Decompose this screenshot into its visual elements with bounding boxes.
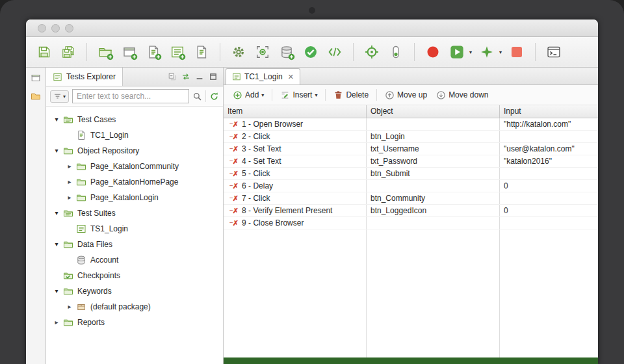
- step-object[interactable]: txt_Username: [367, 144, 500, 153]
- debug-dropdown-icon[interactable]: ▾: [499, 49, 502, 55]
- expand-toggle[interactable]: [53, 319, 60, 326]
- save-button[interactable]: [34, 42, 55, 62]
- test-step-row[interactable]: −✗9 - Close Browser: [224, 217, 598, 229]
- step-input[interactable]: "user@katalon.com": [500, 144, 598, 153]
- test-step-row[interactable]: −✗4 - Set Text txt_Password "katalon2016…: [224, 155, 598, 168]
- capture-object-button[interactable]: [385, 42, 406, 62]
- tree-item-test-suites[interactable]: Test Suites: [46, 205, 223, 221]
- tree-item-test-cases[interactable]: Test Cases: [46, 112, 223, 127]
- step-input[interactable]: "katalon2016": [500, 157, 598, 166]
- tree-item-page-katalon-community[interactable]: Page_KatalonCommunity: [46, 159, 223, 174]
- settings-button[interactable]: [228, 42, 249, 62]
- record-web-button[interactable]: [361, 42, 382, 62]
- expand-toggle[interactable]: [66, 194, 73, 201]
- run-dropdown-icon[interactable]: ▾: [469, 49, 472, 55]
- test-step-row[interactable]: −✗7 - Click btn_Community: [224, 192, 598, 205]
- new-test-suite-button[interactable]: [167, 42, 188, 62]
- maximize-icon[interactable]: [209, 72, 218, 81]
- plus-badge-icon: [131, 53, 138, 60]
- test-step-row[interactable]: −✗3 - Set Text txt_Username "user@katalo…: [224, 143, 598, 155]
- tree-item-label: Account: [89, 255, 118, 265]
- delete-step-button[interactable]: Delete: [330, 88, 372, 102]
- minimize-icon[interactable]: [195, 72, 204, 81]
- window-control-dot[interactable]: [51, 24, 60, 32]
- insert-step-button[interactable]: Insert ▾: [276, 88, 321, 102]
- test-step-row[interactable]: −✗1 - Open Browser "http://katalon.com": [224, 118, 598, 131]
- window-control-dot[interactable]: [65, 24, 73, 32]
- search-input[interactable]: [72, 89, 189, 103]
- workbench-content: Tests Explorer ▾: [26, 68, 598, 364]
- new-folder-button[interactable]: [95, 42, 116, 62]
- test-step-row[interactable]: −✗5 - Click btn_Submit: [224, 168, 598, 180]
- test-step-row[interactable]: −✗2 - Click btn_Login: [224, 131, 598, 143]
- tree-item-ts1-login[interactable]: TS1_Login: [46, 221, 223, 237]
- record-button[interactable]: [422, 42, 443, 62]
- console-button[interactable]: [543, 42, 564, 62]
- step-object[interactable]: btn_Community: [367, 194, 500, 203]
- step-object[interactable]: btn_Login: [367, 132, 500, 141]
- collapse-all-icon[interactable]: [168, 72, 177, 81]
- expand-toggle[interactable]: [53, 241, 60, 248]
- tree-item-page-katalon-login[interactable]: Page_KatalonLogin: [46, 190, 223, 205]
- test-step-row[interactable]: −✗6 - Delay 0: [224, 180, 598, 192]
- step-object[interactable]: btn_LoggedIcon: [367, 206, 500, 215]
- tree-item-checkpoints[interactable]: Checkpoints: [46, 268, 223, 283]
- script-view-button[interactable]: [324, 42, 345, 62]
- run-button[interactable]: [447, 42, 467, 62]
- step-item: 7 - Click: [242, 194, 270, 203]
- link-with-editor-icon[interactable]: [181, 72, 190, 81]
- tree-item-default-package[interactable]: (default package): [46, 299, 223, 315]
- new-data-file-button[interactable]: [276, 42, 297, 62]
- expand-toggle[interactable]: [66, 304, 73, 310]
- tree-item-keywords[interactable]: Keywords: [46, 283, 223, 299]
- tree-item-page-katalon-homepage[interactable]: Page_KatalonHomePage: [46, 174, 223, 190]
- test-step-row[interactable]: −✗8 - Verify Element Present btn_LoggedI…: [224, 205, 598, 217]
- column-header-input[interactable]: Input: [500, 105, 598, 118]
- minimized-folder-icon[interactable]: [31, 91, 41, 101]
- debug-button[interactable]: [476, 42, 497, 62]
- add-dropdown-icon[interactable]: ▾: [261, 92, 264, 98]
- validate-button[interactable]: [300, 42, 321, 62]
- expand-toggle[interactable]: [66, 179, 73, 185]
- step-input[interactable]: 0: [500, 181, 598, 190]
- object-spy-button[interactable]: [252, 42, 273, 62]
- expand-toggle[interactable]: [66, 163, 73, 170]
- insert-dropdown-icon[interactable]: ▾: [315, 92, 317, 98]
- tab-tests-explorer[interactable]: Tests Explorer: [46, 68, 123, 86]
- window-control-dot[interactable]: [38, 24, 46, 32]
- device-frame: ▾ ▾ Tests Explorer: [0, 0, 624, 364]
- column-header-object[interactable]: Object: [367, 105, 500, 118]
- tree-item-account[interactable]: Account: [46, 252, 223, 268]
- filter-button[interactable]: ▾: [50, 90, 69, 103]
- expand-toggle[interactable]: [53, 288, 60, 294]
- column-header-item[interactable]: Item: [224, 105, 367, 118]
- new-test-case-button[interactable]: [119, 42, 140, 62]
- close-tab-icon[interactable]: ✕: [288, 73, 294, 81]
- add-step-button[interactable]: Add ▾: [229, 88, 268, 102]
- save-all-button[interactable]: [58, 42, 79, 62]
- step-input[interactable]: "http://katalon.com": [500, 120, 598, 129]
- expand-toggle[interactable]: [53, 148, 60, 154]
- expand-toggle[interactable]: [53, 116, 60, 123]
- insert-label: Insert: [292, 90, 312, 99]
- tab-tc1-login-editor[interactable]: TC1_Login ✕: [226, 68, 300, 84]
- restore-panel-icon[interactable]: [31, 73, 41, 83]
- reports-folder-icon: [63, 317, 73, 328]
- stop-button[interactable]: [506, 42, 527, 62]
- step-input[interactable]: 0: [500, 206, 598, 215]
- tree-item-object-repository[interactable]: Object Repository: [46, 143, 223, 159]
- tree-item-data-files[interactable]: Data Files: [46, 237, 223, 252]
- step-object[interactable]: txt_Password: [367, 157, 500, 166]
- search-icon[interactable]: [192, 92, 202, 101]
- tree-item-reports[interactable]: Reports: [46, 315, 223, 330]
- tests-explorer-icon: [53, 72, 62, 82]
- toolbar-separator: [353, 43, 354, 61]
- step-object[interactable]: btn_Submit: [367, 169, 500, 178]
- move-down-button[interactable]: Move down: [432, 88, 492, 102]
- refresh-icon[interactable]: [209, 92, 219, 101]
- new-report-button[interactable]: [191, 42, 212, 62]
- move-up-button[interactable]: Move up: [381, 88, 431, 102]
- new-test-object-button[interactable]: [143, 42, 164, 62]
- expand-toggle[interactable]: [53, 210, 60, 216]
- tree-item-tc1-login[interactable]: TC1_Login: [46, 127, 223, 143]
